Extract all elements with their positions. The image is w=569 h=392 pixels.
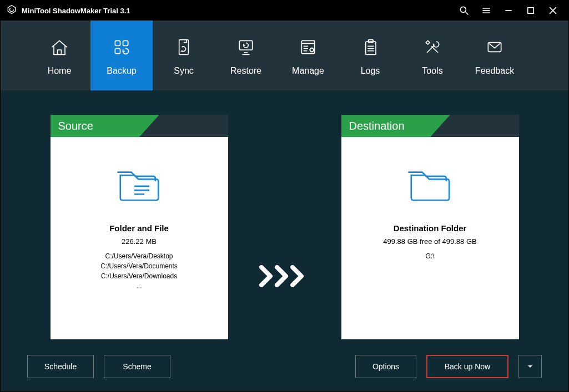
source-card[interactable]: Source Folder and File 226.22 MB C:/User… xyxy=(51,115,228,339)
svg-rect-21 xyxy=(366,42,376,54)
nav-home[interactable]: Home xyxy=(28,21,90,90)
bottom-bar: Schedule Scheme Options Back up Now xyxy=(1,342,568,391)
nav-tools[interactable]: Tools xyxy=(401,21,464,90)
destination-path: G:\ xyxy=(425,251,434,261)
main-nav: Home Backup Sync Restore Manage xyxy=(1,21,568,90)
destination-header-label: Destination xyxy=(341,115,519,137)
nav-manage[interactable]: Manage xyxy=(277,21,339,90)
home-icon xyxy=(48,35,71,59)
folder-icon xyxy=(405,165,455,208)
svg-rect-11 xyxy=(115,49,120,54)
svg-rect-6 xyxy=(528,8,534,14)
arrow-icon xyxy=(259,265,310,289)
app-title: MiniTool ShadowMaker Trial 3.1 xyxy=(22,7,130,15)
search-icon[interactable] xyxy=(453,1,475,21)
folder-icon xyxy=(114,165,164,208)
source-header-label: Source xyxy=(51,115,228,137)
logs-icon xyxy=(359,35,381,59)
nav-restore[interactable]: Restore xyxy=(215,21,277,90)
nav-label: Home xyxy=(48,66,72,76)
source-path: C:/Users/Vera/Downloads xyxy=(101,271,177,281)
svg-rect-10 xyxy=(123,40,128,45)
backup-icon xyxy=(110,35,133,59)
schedule-button[interactable]: Schedule xyxy=(27,355,94,378)
maximize-button[interactable] xyxy=(520,1,542,21)
nav-label: Feedback xyxy=(475,66,514,76)
svg-line-1 xyxy=(466,12,469,15)
main-content: Source Folder and File 226.22 MB C:/User… xyxy=(1,90,568,342)
backup-dropdown-button[interactable] xyxy=(518,355,542,378)
destination-header: Destination xyxy=(341,115,519,137)
nav-label: Sync xyxy=(174,66,194,76)
tools-icon xyxy=(421,35,444,59)
nav-sync[interactable]: Sync xyxy=(153,21,215,90)
nav-label: Tools xyxy=(422,66,442,76)
source-size: 226.22 MB xyxy=(122,237,157,246)
minimize-button[interactable] xyxy=(497,1,520,21)
nav-label: Manage xyxy=(292,66,324,76)
nav-feedback[interactable]: Feedback xyxy=(464,21,526,90)
nav-label: Restore xyxy=(230,66,261,76)
source-path: C:/Users/Vera/Documents xyxy=(100,261,178,271)
restore-icon xyxy=(235,35,257,59)
destination-free: 499.88 GB free of 499.88 GB xyxy=(383,237,476,246)
source-header: Source xyxy=(51,115,228,137)
feedback-icon xyxy=(484,35,506,59)
app-logo-icon xyxy=(6,4,17,17)
destination-title: Destination Folder xyxy=(394,223,467,233)
options-button[interactable]: Options xyxy=(355,355,416,378)
scheme-button[interactable]: Scheme xyxy=(104,355,170,378)
titlebar: MiniTool ShadowMaker Trial 3.1 xyxy=(1,1,568,21)
manage-icon xyxy=(297,35,319,59)
backup-now-button[interactable]: Back up Now xyxy=(426,355,508,378)
sync-icon xyxy=(173,35,195,59)
source-title: Folder and File xyxy=(109,223,169,233)
svg-rect-24 xyxy=(369,40,373,43)
app-window: MiniTool ShadowMaker Trial 3.1 Home xyxy=(0,0,569,392)
nav-label: Logs xyxy=(361,66,380,76)
nav-logs[interactable]: Logs xyxy=(339,21,401,90)
close-button[interactable] xyxy=(542,1,564,21)
nav-label: Backup xyxy=(107,66,136,76)
chevron-down-icon xyxy=(527,363,533,370)
source-more: ... xyxy=(136,281,142,291)
svg-rect-12 xyxy=(239,40,252,50)
svg-point-0 xyxy=(460,7,466,12)
svg-rect-9 xyxy=(115,40,120,45)
source-path: C:/Users/Vera/Desktop xyxy=(105,251,173,261)
menu-icon[interactable] xyxy=(475,1,497,21)
nav-backup[interactable]: Backup xyxy=(90,21,153,90)
destination-card[interactable]: Destination Destination Folder 499.88 GB… xyxy=(341,115,519,339)
